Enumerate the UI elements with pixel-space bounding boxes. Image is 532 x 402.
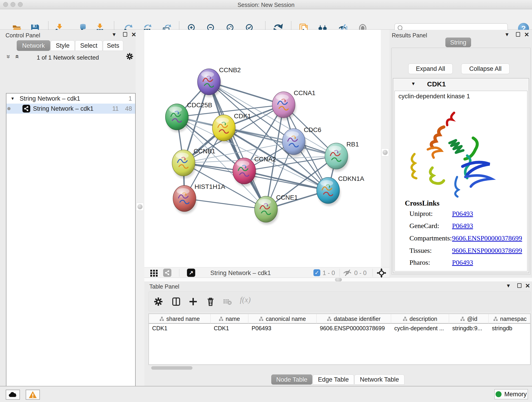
network-type-icon — [22, 105, 30, 113]
network-row[interactable]: String Network – cdk1 11 48 — [6, 104, 135, 114]
collection-expand-icon[interactable]: ▼ — [11, 96, 15, 101]
cell-id[interactable]: stringdb:9... — [449, 324, 489, 332]
cell-shared-name[interactable]: CDK1 — [149, 324, 210, 332]
table-horizontal-scrollbar[interactable] — [151, 366, 192, 370]
network-share-icon[interactable] — [163, 269, 171, 277]
cell-namespace[interactable]: stringdb — [489, 324, 531, 332]
network-node-CDK1[interactable]: CDK1 — [212, 113, 251, 143]
tab-network[interactable]: Network — [17, 40, 50, 51]
network-node-CCNB2[interactable]: CCNB2 — [197, 66, 241, 97]
cell-canonical-name[interactable]: P06493 — [248, 324, 317, 332]
network-node-CDC25B[interactable]: CDC25B — [165, 102, 212, 132]
control-panel: Control Panel ▼ ✕ Network Style Select S… — [0, 30, 136, 386]
network-node-CCNE1[interactable]: CCNE1 — [254, 194, 298, 225]
node-label-CDC25B: CDC25B — [187, 102, 212, 109]
birdseye-view-icon[interactable] — [377, 268, 386, 279]
warning-icon[interactable] — [26, 390, 40, 400]
window-title: Session: New Session — [0, 2, 532, 8]
crosslink-row: Tissues: — [409, 247, 432, 254]
table-panel-close-icon[interactable]: ✕ — [525, 282, 530, 289]
function-builder-icon[interactable]: f(x) — [240, 295, 251, 304]
results-panel-splitter[interactable] — [381, 30, 389, 267]
control-panel-splitter[interactable] — [136, 30, 144, 386]
crosslink-label: Pharos: — [409, 259, 430, 266]
cell-name[interactable]: CDK1 — [210, 324, 248, 332]
delete-table-icon[interactable] — [222, 297, 233, 307]
memory-button[interactable]: Memory — [494, 389, 528, 399]
network-node-CCNA1[interactable]: CCNA1 — [272, 89, 316, 120]
node-label-HIST1H1A: HIST1H1A — [195, 183, 225, 190]
results-panel-float-icon[interactable] — [516, 32, 520, 38]
control-panel-float-icon[interactable] — [123, 32, 127, 38]
tab-style[interactable]: Style — [51, 40, 75, 51]
network-graph[interactable]: CCNB2CCNA1CDC25BCDK1CDC6RB1CCNB1CCNA2CDK… — [144, 30, 381, 267]
gene-section-header[interactable]: ▼ CDK1 — [393, 78, 529, 90]
column-header[interactable]: @id — [449, 314, 489, 324]
splitter-collapse-handle[interactable] — [381, 148, 389, 156]
column-header[interactable]: canonical name — [248, 314, 317, 324]
column-header[interactable]: name — [210, 314, 248, 324]
create-column-icon[interactable] — [188, 297, 198, 307]
crosslink-row: Uniprot: — [409, 210, 433, 217]
network-node-RB1[interactable]: RB1 — [325, 141, 359, 172]
collapse-all-button[interactable]: Collapse All — [461, 64, 510, 74]
selected-checkbox-icon[interactable]: ✓ — [313, 269, 320, 276]
table-panel-title: Table Panel — [149, 283, 179, 290]
tab-network-table[interactable]: Network Table — [355, 375, 404, 385]
network-canvas[interactable]: CCNB2CCNA1CDC25BCDK1CDC6RB1CCNB1CCNA2CDK… — [144, 30, 381, 267]
selected-counts: 1 - 0 — [323, 269, 335, 277]
table-settings-gear-icon[interactable] — [153, 297, 163, 307]
crosslink-link[interactable]: P06493 — [452, 222, 473, 230]
open-in-new-window-icon[interactable]: ↗ — [187, 269, 195, 277]
delete-column-icon[interactable] — [206, 297, 215, 307]
tab-sets[interactable]: Sets — [103, 40, 123, 51]
network-tree: ▼ String Network – cdk1 1 String Network… — [6, 93, 136, 402]
network-view-toolbar: ↗ String Network – cdk1 ✓ 1 - 0 0 - 0 — [144, 267, 389, 278]
network-collection-row[interactable]: ▼ String Network – cdk1 1 — [6, 94, 135, 104]
network-node-CCNB1[interactable]: CCNB1 — [172, 148, 215, 178]
splitter-collapse-handle[interactable] — [136, 203, 144, 211]
control-panel-menu-icon[interactable]: ▼ — [112, 32, 117, 38]
node-label-CCNA2: CCNA2 — [254, 156, 276, 163]
column-header[interactable]: description — [391, 314, 449, 324]
cell-description[interactable]: cyclin-dependent ... — [391, 324, 449, 332]
network-node-HIST1H1A[interactable]: HIST1H1A — [173, 183, 225, 214]
show-column-icon[interactable] — [171, 297, 181, 307]
column-header[interactable]: namespac — [489, 314, 531, 324]
tab-string[interactable]: String — [445, 38, 471, 47]
results-panel-close-icon[interactable]: ✕ — [524, 31, 529, 38]
hidden-counts: 0 - 0 — [354, 269, 367, 277]
toolbar-separator — [373, 269, 373, 277]
network-node-CCNA2[interactable]: CCNA2 — [233, 156, 276, 186]
column-header[interactable]: shared name — [149, 314, 210, 324]
node-label-CCNE1: CCNE1 — [276, 194, 298, 201]
results-panel-menu-icon[interactable]: ▼ — [505, 32, 510, 38]
crosslink-link[interactable]: P06493 — [452, 210, 473, 217]
network-options-gear-icon[interactable] — [126, 52, 134, 61]
crosslink-link[interactable]: 9606.ENSP00000378699 — [452, 247, 522, 254]
collection-count: 1 — [128, 95, 132, 102]
crosslink-link[interactable]: 9606.ENSP00000378699 — [452, 234, 522, 242]
cloud-icon[interactable] — [6, 390, 20, 400]
hidden-eye-icon — [343, 269, 352, 277]
cell-database-identifier[interactable]: 9606.ENSP00000378699 — [317, 324, 391, 332]
network-node-CDC6[interactable]: CDC6 — [282, 126, 321, 157]
network-node-CDKN1A[interactable]: CDKN1A — [317, 175, 364, 206]
tab-select[interactable]: Select — [75, 40, 102, 51]
splitter-collapse-handle[interactable] — [335, 278, 342, 281]
table-toolbar: f(x) — [148, 292, 531, 311]
tab-node-table[interactable]: Node Table — [271, 375, 312, 385]
expand-all-button[interactable]: Expand All — [408, 64, 453, 74]
node-label-CCNB2: CCNB2 — [219, 66, 241, 74]
crosslink-link[interactable]: P06493 — [452, 259, 473, 266]
section-expand-icon[interactable]: ▼ — [411, 81, 416, 86]
collection-label: String Network – cdk1 — [20, 95, 80, 102]
grid-view-icon[interactable] — [150, 269, 158, 278]
column-header[interactable]: database identifier — [317, 314, 391, 324]
memory-status-dot — [496, 391, 501, 397]
tab-edge-table[interactable]: Edge Table — [313, 375, 354, 385]
table-panel-float-icon[interactable] — [517, 283, 521, 289]
crosslink-row: GeneCard: — [409, 222, 439, 230]
current-network-name: String Network – cdk1 — [210, 269, 271, 277]
table-panel-menu-icon[interactable]: ▼ — [506, 283, 511, 289]
